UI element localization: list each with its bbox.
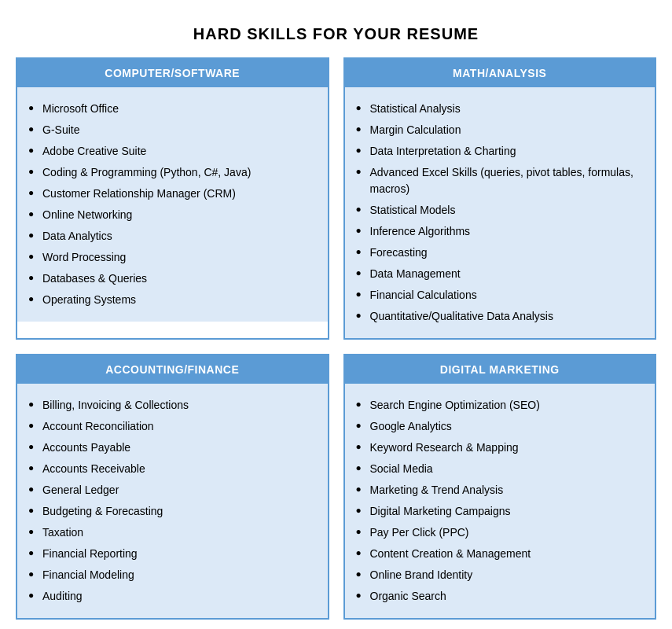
list-item: Keyword Research & Mapping <box>353 437 641 458</box>
list-item: Statistical Models <box>353 200 641 221</box>
list-item: Data Interpretation & Charting <box>353 141 641 162</box>
category-list-math-analysis: Statistical AnalysisMargin CalculationDa… <box>353 98 641 327</box>
category-box-accounting-finance: ACCOUNTING/FINANCEBilling, Invoicing & C… <box>16 354 329 620</box>
list-item: Billing, Invoicing & Collections <box>25 395 314 416</box>
list-item: Content Creation & Management <box>353 543 641 565</box>
list-item: Social Media <box>353 458 641 480</box>
category-list-digital-marketing: Search Engine Optimization (SEO)Google A… <box>353 395 641 607</box>
list-item: Advanced Excel Skills (queries, pivot ta… <box>353 162 641 200</box>
list-item: Taxation <box>25 522 314 543</box>
list-item: Word Processing <box>25 247 314 268</box>
list-item: Coding & Programming (Python, C#, Java) <box>25 162 314 183</box>
category-body-computer-software: Microsoft OfficeG-SuiteAdobe Creative Su… <box>17 87 328 322</box>
list-item: Accounts Receivable <box>25 458 314 480</box>
list-item: Pay Per Click (PPC) <box>353 522 641 543</box>
list-item: Adobe Creative Suite <box>25 141 314 162</box>
categories-grid: COMPUTER/SOFTWAREMicrosoft OfficeG-Suite… <box>16 57 656 620</box>
page-wrapper: HARD SKILLS FOR YOUR RESUME COMPUTER/SOF… <box>16 16 656 620</box>
category-body-math-analysis: Statistical AnalysisMargin CalculationDa… <box>345 87 655 338</box>
list-item: Financial Modeling <box>25 565 314 586</box>
list-item: Data Management <box>353 263 641 285</box>
list-item: Margin Calculation <box>353 120 641 141</box>
category-box-digital-marketing: DIGITAL MARKETINGSearch Engine Optimizat… <box>343 354 657 620</box>
list-item: Auditing <box>25 586 314 607</box>
category-header-computer-software: COMPUTER/SOFTWARE <box>17 59 328 87</box>
list-item: Digital Marketing Campaigns <box>353 501 641 522</box>
list-item: General Ledger <box>25 480 314 501</box>
category-list-computer-software: Microsoft OfficeG-SuiteAdobe Creative Su… <box>25 98 314 311</box>
category-header-accounting-finance: ACCOUNTING/FINANCE <box>17 355 328 384</box>
list-item: Account Reconciliation <box>25 416 314 437</box>
category-box-math-analysis: MATH/ANALYSISStatistical AnalysisMargin … <box>343 57 657 340</box>
category-box-computer-software: COMPUTER/SOFTWAREMicrosoft OfficeG-Suite… <box>16 57 329 340</box>
list-item: Forecasting <box>353 242 641 263</box>
category-list-accounting-finance: Billing, Invoicing & CollectionsAccount … <box>25 395 314 607</box>
list-item: Budgeting & Forecasting <box>25 501 314 522</box>
category-body-accounting-finance: Billing, Invoicing & CollectionsAccount … <box>17 384 328 618</box>
list-item: Marketing & Trend Analysis <box>353 480 641 501</box>
list-item: Microsoft Office <box>25 98 314 120</box>
list-item: Quantitative/Qualitative Data Analysis <box>353 306 641 327</box>
list-item: Inference Algorithms <box>353 221 641 242</box>
list-item: Data Analytics <box>25 226 314 247</box>
list-item: Operating Systems <box>25 289 314 311</box>
list-item: Google Analytics <box>353 416 641 437</box>
list-item: Statistical Analysis <box>353 98 641 120</box>
list-item: Online Brand Identity <box>353 565 641 586</box>
list-item: Online Networking <box>25 204 314 226</box>
list-item: Accounts Payable <box>25 437 314 458</box>
list-item: Customer Relationship Manager (CRM) <box>25 183 314 204</box>
category-header-math-analysis: MATH/ANALYSIS <box>345 59 655 87</box>
category-header-digital-marketing: DIGITAL MARKETING <box>345 355 655 384</box>
list-item: Databases & Queries <box>25 268 314 289</box>
page-title: HARD SKILLS FOR YOUR RESUME <box>16 16 656 57</box>
list-item: Financial Calculations <box>353 285 641 306</box>
list-item: Search Engine Optimization (SEO) <box>353 395 641 416</box>
list-item: Financial Reporting <box>25 543 314 565</box>
category-body-digital-marketing: Search Engine Optimization (SEO)Google A… <box>345 384 655 618</box>
list-item: Organic Search <box>353 586 641 607</box>
list-item: G-Suite <box>25 120 314 141</box>
